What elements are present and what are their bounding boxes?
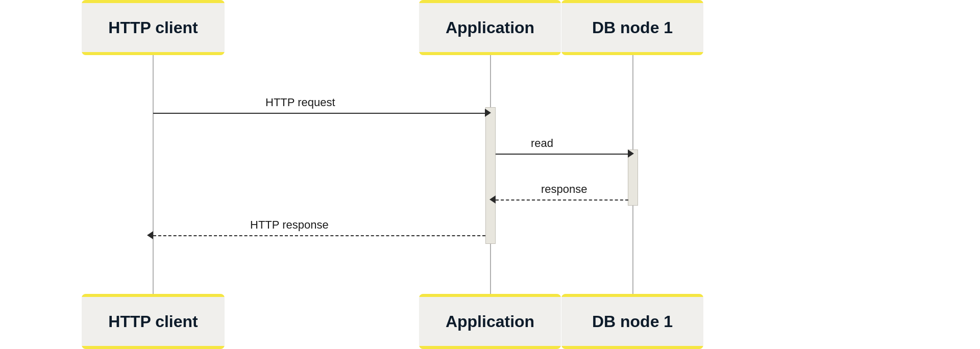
http-request-arrowhead xyxy=(485,109,491,117)
lifeline-box-application-bottom: Application xyxy=(419,294,561,349)
activation-box-application xyxy=(485,107,496,244)
response-label: response xyxy=(541,183,587,196)
http-response-label: HTTP response xyxy=(250,218,329,232)
lifeline-box-db-node-top: DB node 1 xyxy=(561,0,703,55)
response-arrowhead xyxy=(489,195,496,204)
lifeline-box-application-top: Application xyxy=(419,0,561,55)
response-line xyxy=(496,200,628,201)
lifeline-line-http-client xyxy=(153,55,154,294)
lifeline-label-http-client-bottom: HTTP client xyxy=(98,307,208,336)
activation-box-db-node xyxy=(628,149,638,206)
http-request-line xyxy=(153,113,485,114)
read-label: read xyxy=(531,137,553,150)
lifeline-label-db-node-top: DB node 1 xyxy=(582,13,683,42)
http-response-line xyxy=(153,235,485,236)
lifeline-label-http-client-top: HTTP client xyxy=(98,13,208,42)
lifeline-label-db-node-bottom: DB node 1 xyxy=(582,307,683,336)
http-response-arrowhead xyxy=(147,231,153,239)
http-request-label: HTTP request xyxy=(265,96,335,109)
read-arrowhead xyxy=(628,149,634,158)
sequence-diagram: HTTP client Application DB node 1 HTTP c… xyxy=(0,0,980,349)
lifeline-label-application-bottom: Application xyxy=(435,307,545,336)
lifeline-box-db-node-bottom: DB node 1 xyxy=(561,294,703,349)
read-line xyxy=(496,154,628,155)
lifeline-label-application-top: Application xyxy=(435,13,545,42)
lifeline-box-http-client-bottom: HTTP client xyxy=(82,294,225,349)
lifeline-box-http-client-top: HTTP client xyxy=(82,0,225,55)
